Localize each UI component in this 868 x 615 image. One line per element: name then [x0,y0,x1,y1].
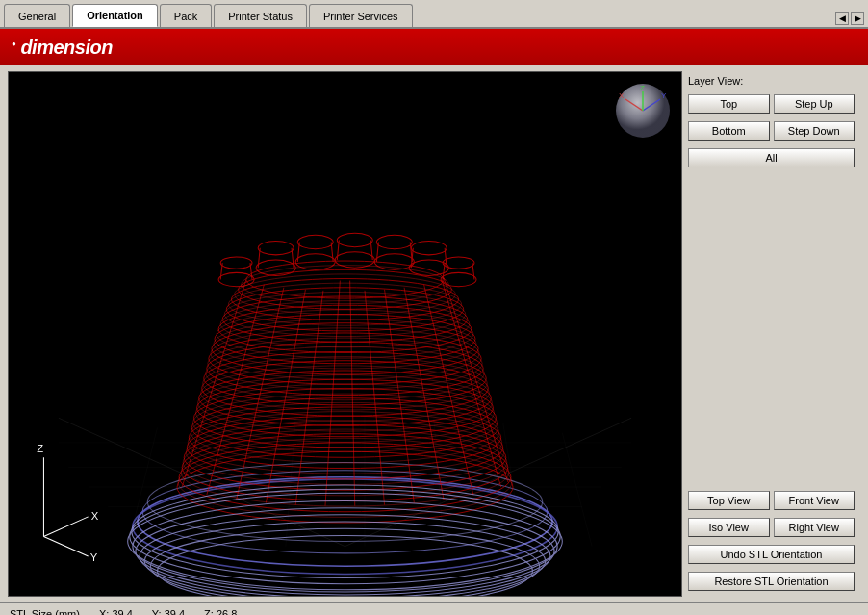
all-button[interactable]: All [688,148,855,167]
viewport-3d[interactable]: Z Y X [8,71,682,597]
layer-bottom-stepdown-row: Bottom Step Down [688,121,855,141]
iso-view-button[interactable]: Iso View [688,518,770,537]
step-up-button[interactable]: Step Up [774,94,855,114]
stl-size-label: STL Size (mm) [10,608,80,616]
right-panel: Layer View: Top Step Up Bottom Step Down… [682,71,860,597]
bottom-button[interactable]: Bottom [688,121,770,141]
tab-nav-arrows: ◀ ▶ [835,12,864,27]
svg-text:X: X [619,91,625,100]
svg-text:Y: Y [90,551,98,563]
restore-stl-button[interactable]: Restore STL Orientation [688,572,855,591]
tab-next-arrow[interactable]: ▶ [851,12,864,25]
tab-printer-services[interactable]: Printer Services [309,4,413,27]
right-view-button[interactable]: Right View [774,518,855,537]
status-bar: STL Size (mm) X: 39.4 Y: 39.4 Z: 26.8 [0,602,868,615]
svg-text:Y: Y [661,91,667,100]
svg-text:Z: Z [37,443,43,454]
brand-bar: ● dimension [0,29,868,65]
tab-prev-arrow[interactable]: ◀ [835,12,849,25]
content-row: Z Y X [0,65,868,602]
tab-printer-status[interactable]: Printer Status [214,4,307,27]
svg-text:Z: Z [640,84,645,92]
axis-indicator: Y X Z [614,82,672,140]
front-view-button[interactable]: Front View [774,491,855,510]
x-coord: X: 39.4 [99,608,133,616]
layer-all-row: All [688,148,855,167]
tab-general[interactable]: General [4,4,70,27]
tab-bar: General Orientation Pack Printer Status … [0,0,868,29]
brand-logo: ● dimension [12,37,113,59]
y-coord: Y: 39.4 [152,608,185,616]
top-button[interactable]: Top [688,94,770,114]
svg-text:X: X [91,510,99,522]
layer-top-stepup-row: Top Step Up [688,94,855,114]
view-isoright-row: Iso View Right View [688,518,855,537]
tab-orientation[interactable]: Orientation [72,4,158,27]
step-down-button[interactable]: Step Down [774,121,855,141]
top-view-button[interactable]: Top View [688,491,770,510]
undo-stl-button[interactable]: Undo STL Orientation [688,545,855,564]
z-coord: Z: 26.8 [204,608,237,616]
view-topfront-row: Top View Front View [688,491,855,510]
main-content: ● dimension [0,29,868,615]
layer-view-label: Layer View: [688,75,855,87]
tab-pack[interactable]: Pack [160,4,212,27]
